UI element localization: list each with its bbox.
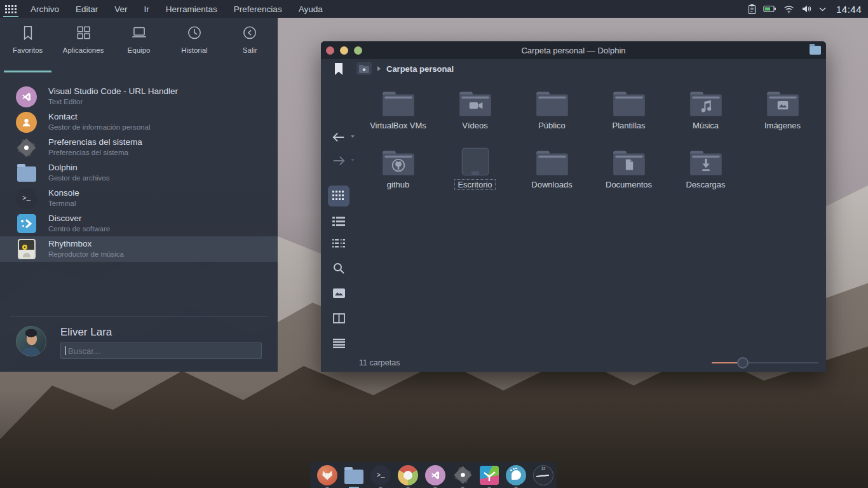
app-launcher-button[interactable] xyxy=(0,0,22,18)
menu-editar[interactable]: Editar xyxy=(76,4,98,14)
image-preview-icon xyxy=(333,288,345,298)
clock-widget: 12 xyxy=(533,465,553,485)
global-menubar: Archivo Editar Ver Ir Herramientas Prefe… xyxy=(31,4,323,14)
laptop-icon xyxy=(131,24,147,42)
dock-messenger[interactable] xyxy=(506,465,526,485)
folder-icon xyxy=(611,87,648,119)
back-button[interactable] xyxy=(328,126,349,147)
details-view-button[interactable] xyxy=(328,210,349,231)
back-history-caret[interactable] xyxy=(351,135,355,138)
list-item-preferencias[interactable]: Preferencias del sistema Preferencias de… xyxy=(0,135,278,160)
app-name: Rhythmbox xyxy=(48,239,124,250)
folder-item[interactable]: Downloads xyxy=(513,146,590,205)
history-clock-icon xyxy=(186,24,203,42)
menu-preferencias[interactable]: Preferencias xyxy=(234,4,282,14)
dock-chromium[interactable] xyxy=(398,465,418,485)
tab-equipo[interactable]: Equipo xyxy=(111,24,166,70)
forward-button[interactable] xyxy=(328,150,349,171)
breadcrumb[interactable]: Carpeta personal xyxy=(386,64,454,74)
list-item-dolphin[interactable]: Dolphin Gestor de archivos xyxy=(0,160,278,186)
folder-item[interactable]: Música xyxy=(667,87,744,146)
app-desc: Reproductor de música xyxy=(48,250,124,259)
image-icon xyxy=(764,87,801,119)
zoom-slider-handle[interactable] xyxy=(737,357,749,369)
menu-herramientas[interactable]: Herramientas xyxy=(166,4,217,14)
music-icon xyxy=(688,87,724,119)
folder-view[interactable]: VirtualBox VMs Vídeos Público Plantillas… xyxy=(356,78,826,354)
tab-aplicaciones[interactable]: Aplicaciones xyxy=(55,24,111,70)
list-item-discover[interactable]: Discover Centro de software xyxy=(0,211,278,236)
app-desc: Gestor de información personal xyxy=(48,123,150,132)
tab-label: Salir xyxy=(243,46,257,54)
folder-item-escritorio[interactable]: Escritorio xyxy=(437,146,513,205)
file-manager-icon xyxy=(17,166,36,182)
wifi-icon[interactable] xyxy=(783,5,794,13)
terminal-icon: >_ xyxy=(16,188,37,209)
folder-item[interactable]: Público xyxy=(513,87,590,146)
home-folder-icon xyxy=(359,65,369,73)
split-view-button[interactable] xyxy=(328,308,349,329)
application-launcher-panel: Favoritos Aplicaciones Equipo Historial … xyxy=(0,18,278,372)
folder-item[interactable]: Imágenes xyxy=(744,87,821,146)
battery-icon[interactable] xyxy=(763,5,776,13)
search-input[interactable]: Buscar... xyxy=(60,342,262,359)
chevron-down-icon[interactable] xyxy=(818,6,827,12)
tab-favoritos[interactable]: Favoritos xyxy=(0,24,55,70)
dock-kdenlive[interactable] xyxy=(480,465,499,485)
titlebar[interactable]: Carpeta personal — Dolphin xyxy=(321,41,826,59)
app-name: Konsole xyxy=(48,188,79,199)
hamburger-icon xyxy=(333,339,345,348)
tab-salir[interactable]: Salir xyxy=(222,24,278,70)
folder-item[interactable]: Vídeos xyxy=(437,87,513,146)
maximize-button[interactable] xyxy=(354,46,362,55)
search-button[interactable] xyxy=(328,258,349,279)
dock-files[interactable] xyxy=(344,465,363,485)
folder-label: Música xyxy=(690,121,721,130)
app-desc: Centro de software xyxy=(48,224,110,233)
app-desc: Gestor de archivos xyxy=(48,173,110,182)
folder-item[interactable]: Descargas xyxy=(667,146,744,205)
app-desc: Terminal xyxy=(48,199,79,208)
folder-item[interactable]: Plantillas xyxy=(590,87,667,146)
volume-icon[interactable] xyxy=(801,4,811,13)
app-name: Kontact xyxy=(48,112,150,123)
zoom-slider-track xyxy=(749,362,818,363)
app-name: Visual Studio Code - URL Handler xyxy=(48,86,178,97)
tab-historial[interactable]: Historial xyxy=(166,24,222,70)
avatar[interactable] xyxy=(16,326,46,356)
zoom-slider[interactable] xyxy=(712,357,818,369)
menu-ayuda[interactable]: Ayuda xyxy=(299,4,323,14)
minimize-button[interactable] xyxy=(340,46,348,55)
list-item-rhythmbox[interactable]: Rhythmbox Reproductor de música xyxy=(0,236,278,262)
window-title: Carpeta personal — Dolphin xyxy=(321,46,826,55)
folder-item[interactable]: github xyxy=(360,146,437,205)
menu-ir[interactable]: Ir xyxy=(144,4,149,14)
dock-clock[interactable]: 12 xyxy=(533,465,553,485)
preview-button[interactable] xyxy=(328,283,349,304)
places-bookmark-icon[interactable] xyxy=(334,63,343,75)
menu-ver[interactable]: Ver xyxy=(114,4,127,14)
list-item-vscode[interactable]: Visual Studio Code - URL Handler Text Ed… xyxy=(0,84,278,109)
details-view-icon xyxy=(332,216,345,226)
dock-firefox[interactable] xyxy=(317,465,337,485)
compact-view-button[interactable] xyxy=(328,233,349,254)
breadcrumb-home-button[interactable] xyxy=(356,62,372,75)
folder-item[interactable]: VirtualBox VMs xyxy=(360,87,437,146)
folder-item[interactable]: Documentos xyxy=(590,146,667,205)
clipboard-icon[interactable] xyxy=(748,4,756,15)
forward-history-caret[interactable] xyxy=(351,159,355,161)
clock-label[interactable]: 14:44 xyxy=(836,4,862,15)
dock-settings[interactable] xyxy=(452,465,473,485)
list-item-kontact[interactable]: Kontact Gestor de información personal xyxy=(0,109,278,135)
dock-vscode[interactable] xyxy=(425,465,445,485)
dock-terminal[interactable]: >_ xyxy=(370,465,391,485)
close-button[interactable] xyxy=(326,46,334,55)
search-placeholder: Buscar... xyxy=(68,346,100,356)
menu-button[interactable] xyxy=(328,333,349,354)
icons-view-button[interactable] xyxy=(328,186,349,207)
app-name: Preferencias del sistema xyxy=(48,137,142,148)
list-item-konsole[interactable]: >_ Konsole Terminal xyxy=(0,186,278,211)
breadcrumb-arrow-icon xyxy=(377,66,381,71)
menu-archivo[interactable]: Archivo xyxy=(31,4,59,14)
messenger-icon xyxy=(506,465,526,485)
